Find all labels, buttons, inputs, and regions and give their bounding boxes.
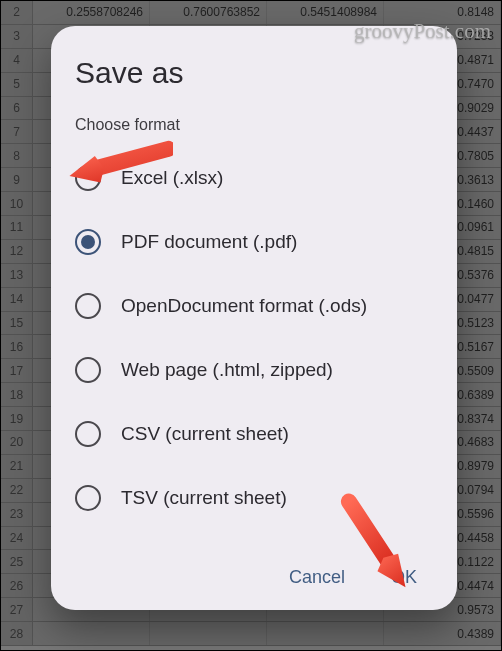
- format-options: Excel (.xlsx)PDF document (.pdf)OpenDocu…: [75, 146, 433, 553]
- radio-icon[interactable]: [75, 357, 101, 383]
- format-option[interactable]: CSV (current sheet): [75, 402, 433, 466]
- format-option[interactable]: OpenDocument format (.ods): [75, 274, 433, 338]
- format-option[interactable]: PDF document (.pdf): [75, 210, 433, 274]
- radio-icon[interactable]: [75, 229, 101, 255]
- save-as-dialog: Save as Choose format Excel (.xlsx)PDF d…: [51, 26, 457, 610]
- format-option-label: PDF document (.pdf): [121, 231, 297, 253]
- cancel-button[interactable]: Cancel: [287, 561, 347, 594]
- radio-icon[interactable]: [75, 421, 101, 447]
- watermark: groovyPost.com: [354, 19, 491, 44]
- choose-format-label: Choose format: [75, 116, 433, 134]
- radio-icon[interactable]: [75, 165, 101, 191]
- dialog-buttons: Cancel OK: [75, 553, 433, 594]
- format-option-label: TSV (current sheet): [121, 487, 287, 509]
- ok-button[interactable]: OK: [389, 561, 419, 594]
- format-option-label: CSV (current sheet): [121, 423, 289, 445]
- format-option-label: OpenDocument format (.ods): [121, 295, 367, 317]
- format-option[interactable]: Excel (.xlsx): [75, 146, 433, 210]
- format-option-label: Excel (.xlsx): [121, 167, 223, 189]
- radio-icon[interactable]: [75, 485, 101, 511]
- dialog-title: Save as: [75, 56, 433, 90]
- format-option-label: Web page (.html, zipped): [121, 359, 333, 381]
- format-option[interactable]: Web page (.html, zipped): [75, 338, 433, 402]
- format-option[interactable]: TSV (current sheet): [75, 466, 433, 530]
- radio-icon[interactable]: [75, 293, 101, 319]
